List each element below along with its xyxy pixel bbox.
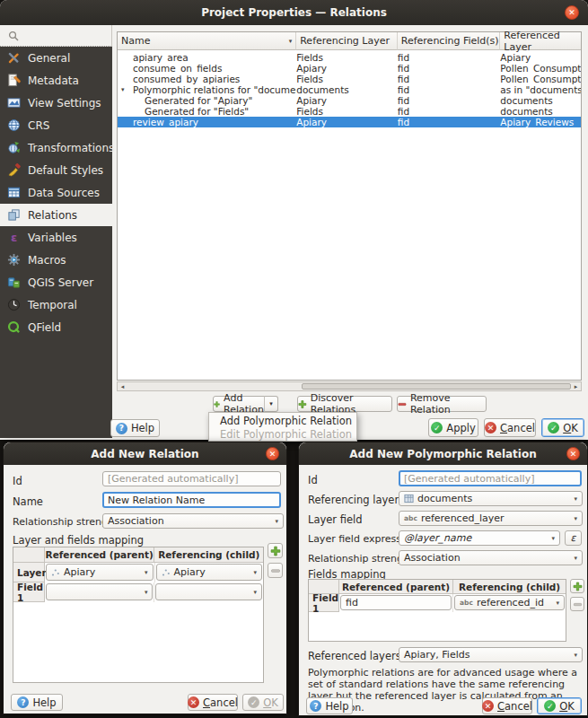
relations-table-header: Name ▾ Referencing Layer Referencing Fie… [118,32,581,50]
table-row-polymorphic-group[interactable]: ▾ Polymorphic relations for "documents" … [118,84,581,95]
discover-relations-button[interactable]: Discover Relations [297,396,392,412]
field1-parent-input[interactable]: fid [340,595,452,610]
field1-child-select[interactable]: ▾ [155,583,262,600]
sidebar-item-crs[interactable]: CRS [0,114,112,136]
search-icon [5,29,21,43]
cancel-x-icon: ✕ [485,422,496,433]
remove-field-mapping-button[interactable] [570,597,584,611]
field1-row-label: Field 1 [309,594,339,612]
sidebar-item-variables[interactable]: ε Variables [0,226,112,249]
ok-button-disabled: ✓ OK [242,694,284,711]
table-row[interactable]: consume_on_fields Apiary fid Pollen_Cons… [118,63,581,74]
remove-field-mapping-button[interactable] [268,563,283,578]
table-row[interactable]: consumed_by_apiaries Fields fid Pollen_C… [118,74,581,84]
window-titlebar[interactable]: Project Properties — Relations ✕ [0,0,588,25]
text-field-type-icon: abc [404,514,417,522]
sidebar-item-view-settings[interactable]: View Settings [0,92,112,114]
column-header-referenced-layer[interactable]: Referenced Layer [500,32,581,50]
add-relation-dropdown-button[interactable]: ▾ [264,396,278,412]
add-relation-button[interactable]: Add Relation [213,396,265,412]
sidebar-search-input[interactable] [0,25,112,47]
horizontal-scrollbar[interactable]: ◂ ▸ [117,381,582,391]
add-relation-menu: Add Polymorphic Relation Edit Polymorphi… [208,412,357,442]
sidebar-item-qgis-server[interactable]: QGIS Server [0,271,112,293]
ok-button[interactable]: ✓ OK [537,697,582,714]
field1-child-select[interactable]: abc referenced_id ▾ [454,595,565,610]
name-field[interactable]: New Relation Name [102,492,281,508]
relationship-strength-select[interactable]: Association ▾ [102,513,284,529]
add-icon [298,399,307,409]
cancel-button[interactable]: ✕ Cancel [482,697,532,714]
close-icon[interactable]: ✕ [565,5,579,20]
help-button[interactable]: ? Help [306,697,353,714]
relations-layers-icon [6,208,22,223]
layer-child-select[interactable]: Apiary ▾ [156,564,263,581]
dialog-titlebar[interactable]: Add New Relation ✕ [4,442,286,465]
sidebar-item-label: General [28,52,70,65]
add-field-mapping-button[interactable] [570,579,584,593]
dialog-title: Add New Relation [91,448,198,460]
help-button[interactable]: ? Help [11,694,63,711]
field1-parent-select[interactable]: ▾ [46,583,154,600]
table-row[interactable]: Generated for "Apiary" Apiary fid docume… [118,95,581,106]
help-icon: ? [17,696,29,708]
sidebar-item-qfield[interactable]: QField [0,316,112,338]
cancel-x-icon: ✕ [188,696,199,708]
chevron-down-icon: ▾ [269,400,273,407]
sidebar-item-data-sources[interactable]: Data Sources [0,181,112,204]
relationship-strength-select[interactable]: Association ▾ [399,550,583,565]
sidebar-item-metadata[interactable]: Metadata [0,69,112,92]
referenced-layers-select[interactable]: Apiary, Fields ▾ [399,647,583,662]
layer-parent-select[interactable]: Apiary ▾ [46,564,154,581]
chevron-down-icon: ▾ [145,589,148,596]
column-header-referencing-fields[interactable]: Referencing Field(s) [398,32,501,50]
table-row[interactable]: Generated for "Fields" Fields fid docume… [118,106,581,117]
dialog-titlebar[interactable]: Add New Polymorphic Relation ✕ [299,442,587,465]
sidebar-item-general[interactable]: General [0,47,112,69]
scroll-left-icon[interactable]: ◂ [118,382,127,390]
id-field[interactable]: [Generated automatically] [102,471,281,486]
help-button[interactable]: ? Help [110,419,160,437]
sidebar-item-label: Default Styles [28,164,103,177]
remove-relation-button[interactable]: Remove Relation [397,396,487,412]
sidebar-item-label: Transformations [28,142,114,154]
menu-item-add-polymorphic-relation[interactable]: Add Polymorphic Relation [209,414,356,427]
cancel-button[interactable]: ✕ Cancel [188,694,238,711]
cancel-button[interactable]: ✕ Cancel [484,418,536,437]
table-row[interactable]: apiary_area Fields fid Apiary [118,52,581,63]
referenced-parent-header: Referenced (parent) [45,547,155,563]
help-icon: ? [116,423,127,434]
sidebar-item-temporal[interactable]: Temporal [0,293,112,316]
layer-field-select[interactable]: abc referenced_layer ▾ [399,511,583,526]
add-field-mapping-button[interactable] [268,543,283,558]
id-field[interactable]: [Generated automatically] [399,470,582,486]
close-icon[interactable]: ✕ [266,447,279,460]
add-new-polymorphic-relation-dialog: Add New Polymorphic Relation ✕ Id [Gener… [298,442,588,716]
close-icon[interactable]: ✕ [566,447,580,460]
apply-button[interactable]: ✓ Apply [428,418,478,437]
chevron-down-icon: ▾ [253,569,257,576]
referencing-layer-select[interactable]: documents ▾ [399,491,583,506]
table-row-selected[interactable]: review_apiary Apiary fid Apiary_Reviews [118,117,581,127]
fields-mapping-table: Referenced (parent) Referencing (child) … [308,579,566,642]
column-header-name[interactable]: Name ▾ [118,32,296,50]
expand-arrow-icon[interactable]: ▾ [121,84,125,95]
referencing-child-header: Referencing (child) [154,547,263,563]
column-header-referencing-layer[interactable]: Referencing Layer [296,32,398,50]
sidebar-item-transformations[interactable]: Transformations [0,136,112,159]
field1-row-label: Field 1 [13,582,45,602]
sidebar-item-label: Variables [28,232,77,244]
text-field-type-icon: abc [460,599,473,607]
sidebar-item-macros[interactable]: Macros [0,249,112,271]
plus-icon [270,546,281,556]
layer-field-expression-input[interactable]: @layer_name ▾ [399,530,560,546]
window-title: Project Properties — Relations [201,6,387,19]
sidebar-item-label: Metadata [28,74,79,87]
sidebar-item-default-styles[interactable]: Default Styles [0,159,112,181]
expression-builder-button[interactable]: ε [565,530,582,546]
scroll-right-icon[interactable]: ▸ [571,382,581,390]
sidebar-item-relations[interactable]: Relations [0,204,112,226]
scrollbar-thumb[interactable] [302,383,571,390]
layer-fields-mapping-table: Referenced (parent) Referencing (child) … [13,547,264,683]
ok-button[interactable]: ✓ OK [541,418,584,437]
